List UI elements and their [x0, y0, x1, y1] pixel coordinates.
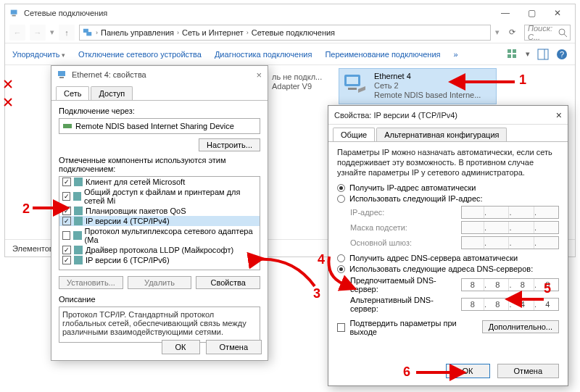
radio-label: Использовать следующий IP-адрес: — [349, 194, 483, 203]
dns-octet[interactable]: 8 — [462, 279, 484, 291]
tab-network[interactable]: Сеть — [56, 86, 89, 100]
dlg2-ok-button[interactable]: ОК — [446, 364, 490, 378]
component-row-ipv4[interactable]: IP версии 4 (TCP/IPv4) — [59, 216, 260, 226]
component-properties-button[interactable]: Свойства — [196, 276, 260, 289]
maximize-button[interactable]: ▢ — [518, 4, 544, 22]
checkbox-icon[interactable] — [62, 231, 70, 240]
view-icon[interactable] — [507, 49, 518, 60]
dns-octet[interactable]: 8 — [462, 299, 484, 310]
nav-history-icon[interactable]: ▾ — [50, 28, 54, 37]
radio-ip-manual[interactable]: Использовать следующий IP-адрес: — [337, 194, 559, 203]
ipv4-properties-dialog: Свойства: IP версии 4 (TCP/IPv4) × Общие… — [328, 105, 568, 386]
minimize-button[interactable]: — — [492, 4, 518, 22]
checkbox-icon[interactable] — [62, 256, 71, 264]
dlg1-close-button[interactable]: × — [256, 70, 262, 80]
dns-octet[interactable]: 4 — [512, 299, 534, 310]
toolbar-diagnose[interactable]: Диагностика подключения — [215, 50, 312, 59]
dns-octet[interactable]: 4 — [537, 299, 559, 310]
checkbox-icon[interactable] — [62, 192, 70, 201]
description-label: Описание — [59, 295, 260, 304]
help-icon[interactable]: ? — [556, 49, 568, 60]
nav-forward-icon[interactable]: → — [30, 25, 46, 41]
radio-ip-auto[interactable]: Получить IP-адрес автоматически — [337, 183, 559, 192]
svg-rect-26 — [58, 71, 65, 76]
radio-icon — [337, 184, 345, 192]
radio-dns-auto[interactable]: Получить адрес DNS-сервера автоматически — [337, 254, 559, 262]
connection-item[interactable]: ль не подкл... Adapter V9 — [269, 70, 330, 94]
dns1-input[interactable]: 8. 8. 8. 8 — [461, 278, 559, 291]
breadcrumb-dropdown-icon[interactable]: ▾ — [495, 28, 500, 37]
svg-rect-27 — [59, 77, 64, 78]
checkbox-icon[interactable] — [62, 207, 71, 215]
svg-text:?: ? — [560, 50, 564, 59]
nav-back-icon[interactable]: ← — [9, 25, 25, 41]
configure-button[interactable]: Настроить... — [199, 138, 260, 151]
install-button[interactable]: Установить... — [59, 276, 123, 289]
breadcrumb[interactable]: › Панель управления › Сеть и Интернет › … — [79, 25, 491, 41]
toolbar-rename[interactable]: Переименование подключения — [325, 50, 440, 59]
toolbar-more[interactable]: » — [454, 50, 458, 59]
conn-device: Adapter V9 — [272, 82, 322, 91]
toolbar: Упорядочить Отключение сетевого устройст… — [5, 43, 575, 65]
breadcrumb-seg[interactable]: Сетевые подключения — [252, 28, 335, 37]
svg-rect-31 — [74, 207, 83, 215]
dns-octet[interactable]: 8 — [537, 279, 559, 291]
checkbox-icon[interactable] — [62, 246, 71, 254]
connection-item-selected[interactable]: Ethernet 4 Сеть 2 Remote NDIS based Inte… — [339, 68, 497, 104]
component-label: Драйвер протокола LLDP (Майкрософт) — [86, 246, 233, 254]
checkbox-icon[interactable] — [62, 178, 71, 186]
search-input[interactable]: Поиск: С... — [524, 25, 571, 41]
dlg1-title: Ethernet 4: свойства — [72, 70, 256, 79]
dlg1-ok-button[interactable]: ОК — [162, 340, 200, 354]
radio-dns-manual[interactable]: Использовать следующие адреса DNS-сервер… — [337, 264, 559, 273]
radio-icon — [337, 195, 345, 203]
dns-octet[interactable]: 8 — [487, 299, 510, 310]
component-row[interactable]: IP версии 6 (TCP/IPv6) — [59, 255, 260, 265]
dlg2-cancel-button[interactable]: Отмена — [497, 364, 559, 378]
ethernet-icon — [342, 72, 368, 98]
checkbox-icon[interactable] — [62, 217, 71, 225]
nav-up-icon[interactable]: ↑ — [59, 25, 75, 41]
remove-button[interactable]: Удалить — [128, 276, 192, 289]
tab-alt-config[interactable]: Альтернативная конфигурация — [376, 128, 507, 141]
breadcrumb-seg[interactable]: Панель управления — [101, 28, 174, 37]
dns2-input[interactable]: 8. 8. 4. 4 — [461, 298, 559, 311]
validate-checkbox[interactable] — [337, 323, 345, 332]
dlg2-close-button[interactable]: × — [556, 109, 562, 121]
dns-octet[interactable]: 8 — [487, 279, 510, 291]
component-label: Планировщик пакетов QoS — [86, 207, 186, 215]
device-field[interactable]: Remote NDIS based Internet Sharing Devic… — [59, 118, 260, 134]
toolbar-disable[interactable]: Отключение сетевого устройства — [78, 50, 202, 59]
component-row[interactable]: Общий доступ к файлам и принтерам для се… — [59, 187, 260, 206]
svg-rect-9 — [513, 54, 516, 58]
component-row[interactable]: Драйвер протокола LLDP (Майкрософт) — [59, 245, 260, 255]
svg-rect-1 — [12, 15, 16, 17]
tab-access[interactable]: Доступ — [91, 86, 133, 100]
dlg1-cancel-button[interactable]: Отмена — [206, 340, 262, 354]
details-pane-icon[interactable] — [537, 49, 549, 60]
view-dropdown-icon[interactable]: ▾ — [526, 49, 530, 59]
close-button[interactable]: ✕ — [544, 4, 571, 22]
conn-device: Remote NDIS based Interne... — [374, 91, 481, 100]
component-row[interactable]: Протокол мультиплексора сетевого адаптер… — [59, 226, 260, 245]
svg-rect-19 — [347, 77, 358, 84]
conn-name: Ethernet 4 — [374, 72, 481, 81]
component-label: Общий доступ к файлам и принтерам для се… — [84, 188, 257, 205]
svg-rect-8 — [508, 54, 511, 58]
validate-label: Подтвердить параметры при выходе — [349, 319, 477, 336]
advanced-button[interactable]: Дополнительно... — [482, 320, 559, 333]
ip-address-label: IP-адрес: — [350, 208, 461, 217]
component-row[interactable]: Клиент для сетей Microsoft — [59, 177, 260, 187]
svg-point-4 — [559, 29, 565, 35]
components-list[interactable]: Клиент для сетей Microsoft Общий доступ … — [59, 176, 260, 270]
toolbar-organize[interactable]: Упорядочить — [12, 50, 65, 59]
main-titlebar: Сетевые подключения — ▢ ✕ — [5, 4, 575, 22]
tab-general[interactable]: Общие — [333, 128, 375, 141]
gateway-label: Основной шлюз: — [350, 238, 461, 247]
refresh-icon[interactable]: ⟳ — [504, 28, 520, 37]
svg-rect-10 — [538, 49, 548, 59]
dns-octet[interactable]: 8 — [512, 279, 534, 291]
svg-rect-30 — [73, 192, 81, 201]
component-row[interactable]: Планировщик пакетов QoS — [59, 206, 260, 216]
breadcrumb-seg[interactable]: Сеть и Интернет — [182, 28, 244, 37]
